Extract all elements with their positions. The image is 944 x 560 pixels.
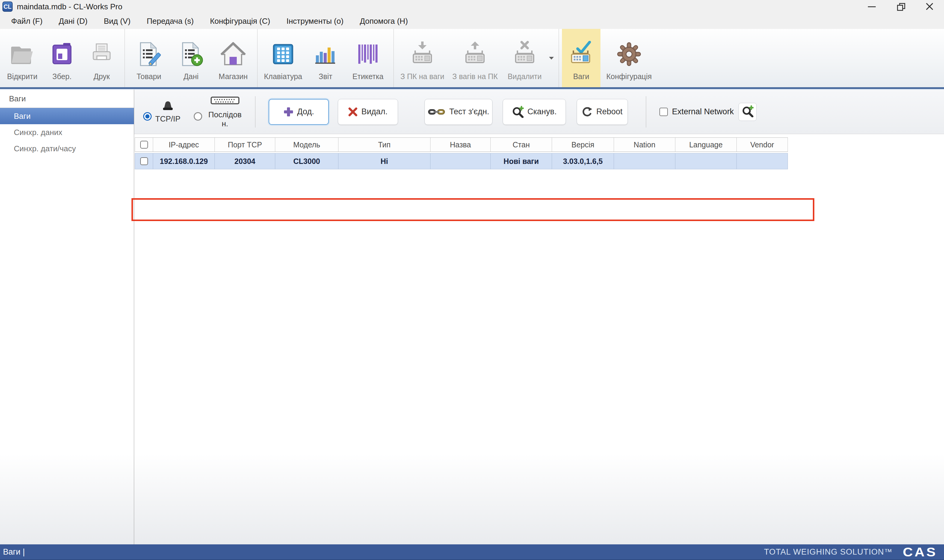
cell-vendor [737,153,788,169]
column-header-vendor[interactable]: Vendor [737,138,788,152]
cell-model: CL3000 [275,153,339,169]
printer-icon [90,36,114,72]
toolbar: Відкрити Збер. [0,29,944,89]
cell-state: Нові ваги [491,153,552,169]
sidebar-item-sync-datetime[interactable]: Синхр. дати/часу [0,140,134,157]
toolbar-print-button[interactable]: Друк [82,29,122,87]
scale-download-icon [409,36,436,72]
column-header-nation[interactable]: Nation [614,138,675,152]
minimize-button[interactable] [857,0,886,13]
delete-dropdown-arrow[interactable] [547,29,556,87]
toolbar-delete-button[interactable]: Видалити [502,29,547,87]
barcode-label-icon [356,36,380,72]
keyboard-icon [271,36,295,72]
test-button-label: Тест з'єдн. [449,107,489,116]
title-bar: CL maindata.mdb - CL-Works Pro [0,0,944,13]
folder-open-icon [9,36,35,72]
scale-delete-icon [511,36,538,72]
toolbar-data-button[interactable]: Дані [170,29,212,87]
column-header-language[interactable]: Language [675,138,737,152]
close-button[interactable] [915,0,944,13]
chevron-down-icon [549,57,554,60]
toolbar-products-button[interactable]: Товари [128,29,170,87]
toolbar-scale-to-pc-button[interactable]: З вагів на ПК [448,29,502,87]
menu-view[interactable]: Вид (V) [95,17,139,26]
controls-divider [646,96,646,128]
main-panel: TCP/IP [134,90,944,545]
column-header-state[interactable]: Стан [491,138,552,152]
menu-file[interactable]: Файл (F) [3,17,51,26]
add-button-label: Дод. [297,107,314,116]
serial-radio[interactable]: Послідовн. [194,95,244,128]
toolbar-label-button[interactable]: Етикетка [345,29,391,87]
toolbar-save-button[interactable]: Збер. [42,29,82,87]
column-header-type[interactable]: Тип [339,138,431,152]
radio-unselected-icon [194,112,202,121]
menu-configuration[interactable]: Конфігурація (C) [202,17,278,26]
toolbar-keyboard-button[interactable]: Клавіатура [260,29,306,87]
row-checkbox[interactable] [140,157,148,165]
column-header-ip[interactable]: IP-адрес [153,138,215,152]
save-icon [50,36,74,72]
serial-radio-label: Послідовн. [206,110,244,128]
scan-button[interactable]: Сканув. [503,99,566,125]
cell-nation [614,153,675,169]
external-network-checkbox[interactable] [659,108,668,116]
column-header-model[interactable]: Модель [275,138,339,152]
toolbar-scales-button[interactable]: Ваги [562,29,601,87]
close-icon [926,2,934,11]
tcpip-radio-label: TCP/IP [155,114,180,124]
window-title: maindata.mdb - CL-Works Pro [17,2,122,11]
column-header-name[interactable]: Назва [431,138,491,152]
toolbar-separator [257,29,257,87]
table-header-row: IP-адрес Порт TCP Модель Тип Назва Стан … [135,137,788,152]
app-logo-icon: CL [2,2,12,12]
x-icon [348,107,358,117]
delete-button-label: Видал. [361,107,388,116]
menu-data[interactable]: Дані (D) [51,17,95,26]
products-document-icon [136,36,162,72]
menu-tools[interactable]: Інструменты (o) [278,17,352,26]
cell-ip: 192.168.0.129 [153,153,215,169]
reboot-button[interactable]: Reboot [577,99,628,125]
test-connection-button[interactable]: Тест з'єдн. [425,99,493,125]
gear-icon [616,36,642,72]
external-network-scan-button[interactable] [739,103,756,121]
delete-device-button[interactable]: Видал. [338,99,398,125]
restore-icon [897,3,904,10]
row-highlight-rectangle [131,198,814,221]
toolbar-open-button[interactable]: Відкрити [2,29,42,87]
toolbar-pc-to-scale-button[interactable]: З ПК на ваги [397,29,448,87]
external-network-label: External Network [672,107,734,116]
cell-version: 3.03.0,1.6,5 [552,153,614,169]
column-header-version[interactable]: Версія [552,138,614,152]
table-row[interactable]: 192.168.0.129 20304 CL3000 Ні Нові ваги … [135,153,788,169]
status-bar: Ваги | TOTAL WEIGHING SOLUTION™ CAS [0,545,944,560]
toolbar-separator [125,29,125,87]
search-plus-icon [742,105,753,118]
add-button[interactable]: Дод. [269,99,329,125]
data-document-add-icon [179,36,204,72]
reboot-button-label: Reboot [596,107,622,116]
menu-transfer[interactable]: Передача (s) [139,17,202,26]
sidebar-item-sync-data[interactable]: Синхр. даних [0,124,134,140]
reboot-icon [582,106,593,117]
select-all-checkbox[interactable] [140,141,148,149]
column-header-port[interactable]: Порт TCP [215,138,275,152]
usb-connector-icon [160,100,176,113]
toolbar-report-button[interactable]: Звіт [306,29,345,87]
toolbar-store-button[interactable]: Магазин [212,29,254,87]
chain-link-icon [428,107,445,117]
toolbar-separator [393,29,394,87]
tcpip-radio[interactable]: TCP/IP [143,100,180,124]
plus-icon [283,107,294,117]
toolbar-separator [559,29,559,87]
menu-help[interactable]: Допомога (H) [352,17,416,26]
menu-bar: Файл (F) Дані (D) Вид (V) Передача (s) К… [0,13,944,29]
sidebar-item-scales[interactable]: Ваги [0,108,134,124]
content-area: Ваги Ваги Синхр. даних Синхр. дати/часу … [0,89,944,545]
cell-port: 20304 [215,153,275,169]
sidebar: Ваги Ваги Синхр. даних Синхр. дати/часу [0,90,134,545]
toolbar-configuration-button[interactable]: Конфігурація [601,29,658,87]
restore-button[interactable] [886,0,915,13]
